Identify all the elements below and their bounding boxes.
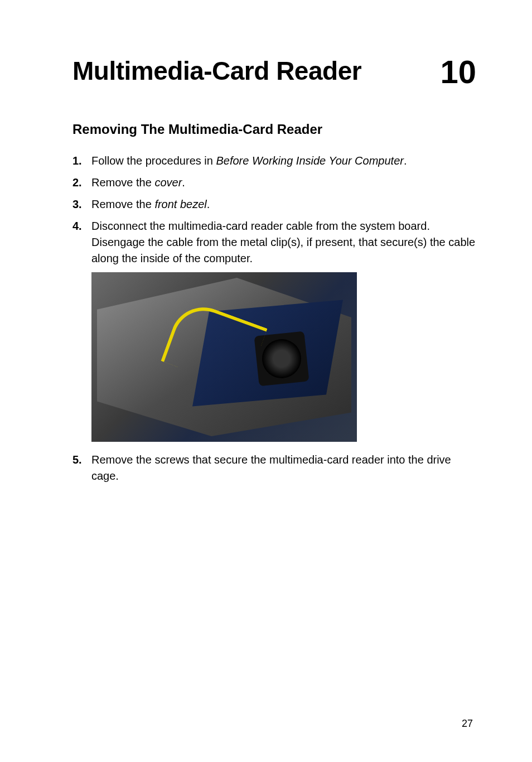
step-5: 5. Remove the screws that secure the mul… <box>72 452 476 484</box>
step-text: Remove the front bezel. <box>91 196 476 213</box>
step-text: Remove the cover. <box>91 175 476 191</box>
step-prefix: Remove the <box>91 198 154 210</box>
step-prefix: Remove the <box>91 176 154 189</box>
step-number: 5. <box>72 452 91 484</box>
page-number: 27 <box>462 718 473 730</box>
chapter-number: 10 <box>440 56 476 88</box>
section-title: Removing The Multimedia-Card Reader <box>72 122 476 137</box>
step-suffix: . <box>182 176 185 189</box>
step-number: 4. <box>72 218 91 267</box>
step-3: 3. Remove the front bezel. <box>72 196 476 213</box>
step-text: Disconnect the multimedia-card reader ca… <box>91 218 476 267</box>
step-1: 1. Follow the procedures in Before Worki… <box>72 153 476 169</box>
step-number: 1. <box>72 153 91 169</box>
step-2: 2. Remove the cover. <box>72 175 476 191</box>
cross-reference-link[interactable]: Before Working Inside Your Computer <box>216 155 403 167</box>
cross-reference-link[interactable]: front bezel <box>154 198 206 210</box>
step-prefix: Follow the procedures in <box>91 155 216 167</box>
procedure-steps: 1. Follow the procedures in Before Worki… <box>72 153 476 267</box>
computer-interior-figure <box>91 272 357 442</box>
step-number: 3. <box>72 196 91 213</box>
step-suffix: . <box>207 198 210 210</box>
cross-reference-link[interactable]: cover <box>154 176 182 189</box>
step-text: Remove the screws that secure the multim… <box>91 452 476 484</box>
chapter-header: Multimedia-Card Reader 10 <box>72 56 476 88</box>
step-4: 4. Disconnect the multimedia-card reader… <box>72 218 476 267</box>
step-text: Follow the procedures in Before Working … <box>91 153 476 169</box>
step-number: 2. <box>72 175 91 191</box>
step-suffix: . <box>404 155 407 167</box>
chapter-title: Multimedia-Card Reader <box>72 56 361 86</box>
figure-container <box>91 272 476 442</box>
procedure-steps-continued: 5. Remove the screws that secure the mul… <box>72 452 476 484</box>
